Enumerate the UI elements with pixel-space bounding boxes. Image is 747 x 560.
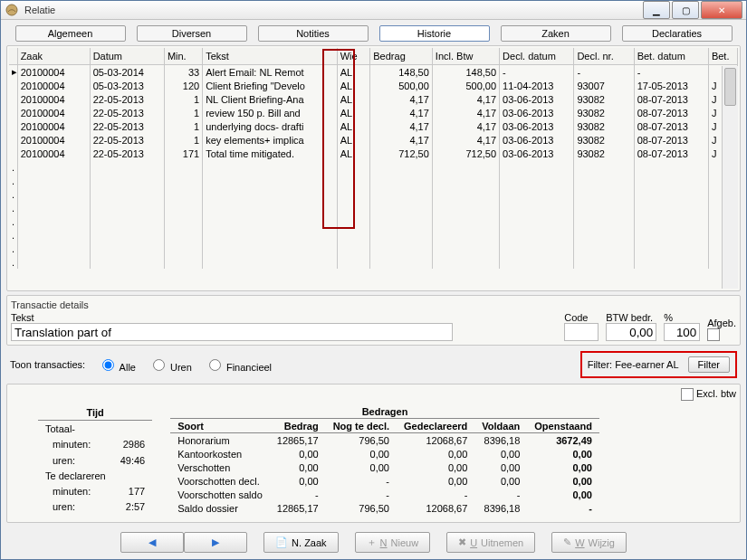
- remove-icon: ✖: [458, 536, 466, 548]
- table-row[interactable]: 2010000422-05-2013171Total time mitigate…: [9, 147, 738, 160]
- toon-label: Toon transacties:: [10, 359, 85, 370]
- btw-input[interactable]: [606, 323, 656, 341]
- col-header[interactable]: Decl. nr.: [574, 48, 634, 65]
- filter-button[interactable]: Filter: [688, 356, 730, 373]
- afgeb-label: Afgeb.: [707, 318, 736, 328]
- table-row[interactable]: 2010000422-05-20131NL Client Briefing-An…: [9, 92, 738, 106]
- tab-historie[interactable]: Historie: [379, 25, 490, 42]
- tab-declaraties[interactable]: Declaraties: [622, 25, 733, 42]
- pct-input[interactable]: [664, 323, 700, 341]
- code-input[interactable]: [564, 323, 599, 341]
- nieuwe-zaak-button[interactable]: 📄N. Zaak: [263, 532, 339, 553]
- plus-icon: ＋: [367, 536, 377, 549]
- col-header[interactable]: Zaak: [17, 48, 90, 65]
- tijd-summary: Tijd Totaal- minuten:2986 uren:49:46 Te …: [38, 404, 152, 515]
- table-row[interactable]: ▸2010000405-03-201433Alert Email: NL Rem…: [9, 65, 738, 80]
- col-header[interactable]: Wie: [337, 48, 370, 65]
- filter-box: Filter: Fee-earner AL Filter: [580, 351, 737, 378]
- uitnemen-button[interactable]: ✖UUitnemen: [446, 532, 535, 553]
- radio-alle[interactable]: Alle: [98, 356, 136, 373]
- tekst-input[interactable]: [11, 323, 453, 341]
- radio-financieel[interactable]: Financieel: [205, 356, 272, 373]
- minimize-button[interactable]: ▁: [643, 1, 670, 19]
- prev-button[interactable]: ◀: [120, 532, 184, 553]
- history-table[interactable]: ZaakDatumMin.TekstWieBedragIncl. BtwDecl…: [9, 48, 738, 289]
- titlebar[interactable]: Relatie ▁ ▢ ✕: [1, 1, 746, 20]
- bedragen-summary: BedragenSoortBedragNog te decl.Gedeclare…: [170, 404, 599, 515]
- col-header[interactable]: Bedrag: [370, 48, 433, 65]
- wijzig-button[interactable]: ✎WWijzig: [551, 532, 627, 553]
- tab-algemeen[interactable]: Algemeen: [15, 25, 126, 42]
- filter-label: Filter: Fee-earner AL: [588, 359, 679, 370]
- excl-btw-checkbox[interactable]: [681, 388, 694, 401]
- next-button[interactable]: ▶: [184, 532, 247, 553]
- table-row[interactable]: 2010000422-05-20131key elements+ implica…: [9, 133, 738, 147]
- window-title: Relatie: [24, 5, 641, 15]
- code-label: Code: [564, 312, 599, 323]
- btw-label: BTW bedr.: [606, 312, 656, 323]
- col-header[interactable]: Tekst: [203, 48, 338, 65]
- pct-label: %: [664, 312, 700, 323]
- col-header[interactable]: Bet.: [708, 48, 737, 65]
- col-header[interactable]: Min.: [164, 48, 202, 65]
- table-row[interactable]: 2010000405-03-2013120Client Briefing "De…: [9, 79, 738, 92]
- new-icon: 📄: [275, 536, 288, 548]
- table-row[interactable]: 2010000422-05-20131underlying docs- draf…: [9, 119, 738, 133]
- excl-btw-label: Excl. btw: [696, 388, 736, 399]
- details-title: Transactie details: [11, 299, 736, 310]
- tekst-label: Tekst: [11, 312, 537, 323]
- tab-diversen[interactable]: Diversen: [137, 25, 247, 42]
- close-button[interactable]: ✕: [701, 1, 742, 19]
- col-header[interactable]: Bet. datum: [634, 48, 708, 65]
- app-icon: [5, 3, 19, 17]
- tab-zaken[interactable]: Zaken: [501, 25, 611, 42]
- col-header[interactable]: Datum: [90, 48, 164, 65]
- edit-icon: ✎: [563, 536, 571, 548]
- tab-notities[interactable]: Notities: [258, 25, 369, 42]
- col-header[interactable]: Incl. Btw: [432, 48, 499, 65]
- col-header[interactable]: Decl. datum: [500, 48, 574, 65]
- vertical-scrollbar[interactable]: [722, 66, 738, 289]
- nieuw-button[interactable]: ＋NNieuw: [355, 532, 431, 553]
- maximize-button[interactable]: ▢: [672, 1, 699, 19]
- afgeb-checkbox[interactable]: [707, 328, 720, 341]
- scrollbar-thumb[interactable]: [724, 68, 736, 106]
- table-row[interactable]: 2010000422-05-20131review 150 p. Bill an…: [9, 106, 738, 119]
- radio-uren[interactable]: Uren: [148, 356, 192, 373]
